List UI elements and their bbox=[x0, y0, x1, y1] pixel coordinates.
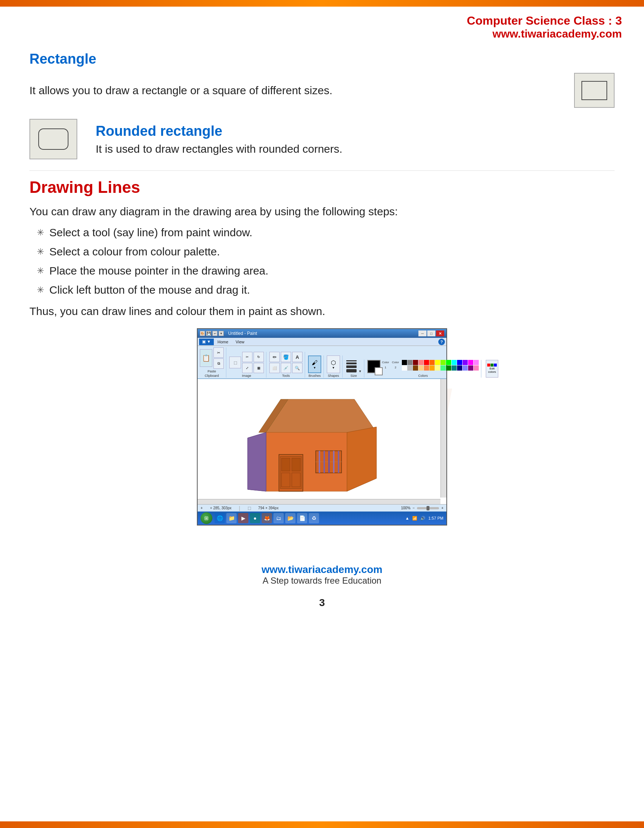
swatch-darkmagenta[interactable] bbox=[468, 365, 473, 370]
bullet-star-2: ✳ bbox=[37, 245, 44, 258]
header-title: Computer Science Class : 3 www.tiwariaca… bbox=[467, 14, 622, 40]
swatch-magenta[interactable] bbox=[468, 360, 473, 365]
drawing-lines-section: Drawing Lines You can draw any diagram i… bbox=[30, 178, 614, 525]
file-menu-button[interactable]: ▣ ▼ bbox=[199, 339, 214, 345]
status-zoom-area: 100% − + bbox=[401, 506, 443, 510]
cut-icon[interactable]: ✂ bbox=[213, 347, 224, 358]
drawing-lines-conclusion: Thus, you can draw lines and colour them… bbox=[30, 303, 614, 320]
crop-icon[interactable]: ✂ bbox=[242, 352, 252, 362]
canvas-drawing-area[interactable]: TIWARI ACADEMY bbox=[202, 379, 440, 504]
swatch-tan[interactable] bbox=[418, 365, 423, 370]
scrollbar-horizontal[interactable] bbox=[197, 499, 440, 504]
chrome-icon[interactable]: ● bbox=[250, 513, 260, 523]
color2-num: 2 bbox=[395, 366, 396, 369]
section-divider bbox=[30, 170, 614, 171]
titlebar-quick-access: 🎨 💾 ↩ ▼ bbox=[200, 331, 224, 336]
paste-icon[interactable]: 📋 bbox=[200, 349, 212, 367]
zoom-plus-icon[interactable]: + bbox=[441, 506, 443, 510]
drawing-lines-title: Drawing Lines bbox=[30, 178, 614, 196]
select-icon[interactable]: ⬚ bbox=[229, 357, 241, 369]
swatch-cyan[interactable] bbox=[451, 360, 457, 365]
swatch-darkred[interactable] bbox=[413, 360, 418, 365]
swatch-silver[interactable] bbox=[407, 365, 412, 370]
picker-icon[interactable]: 💉 bbox=[281, 363, 291, 373]
home-menu-item[interactable]: Home bbox=[214, 339, 232, 345]
swatch-orange[interactable] bbox=[429, 360, 435, 365]
paint-statusbar: + + 285, 303px | ⬚ 794 × 394px 100% − + bbox=[197, 504, 447, 511]
swatch-yellow[interactable] bbox=[435, 360, 440, 365]
maximize-button[interactable]: □ bbox=[427, 331, 436, 336]
recycle-icon[interactable]: ♻ bbox=[309, 513, 319, 523]
rectangle-title: Rectangle bbox=[30, 51, 614, 67]
rotate-icon[interactable]: ↻ bbox=[254, 352, 264, 362]
media-icon[interactable]: ▶ bbox=[238, 513, 248, 523]
rounded-rect-content: Rounded rectangle It is used to draw rec… bbox=[96, 123, 342, 155]
header: Computer Science Class : 3 www.tiwariaca… bbox=[0, 6, 644, 44]
pencil-icon[interactable]: ✏ bbox=[270, 352, 280, 362]
resize-icon[interactable]: ⤢ bbox=[242, 363, 252, 373]
explorer-icon[interactable]: 📁 bbox=[226, 513, 237, 523]
zoom-slider-thumb[interactable] bbox=[426, 506, 429, 510]
fill-icon[interactable]: 🪣 bbox=[281, 352, 291, 362]
quick-save-icon[interactable]: 💾 bbox=[206, 331, 211, 336]
swatch-lightyellow[interactable] bbox=[435, 365, 440, 370]
footer-website: www.tiwariacademy.com bbox=[0, 564, 644, 576]
minimize-button[interactable]: ─ bbox=[418, 331, 426, 336]
view-menu-item[interactable]: View bbox=[232, 339, 248, 345]
rounded-rect-icon-inner bbox=[38, 129, 69, 150]
swatch-gray[interactable] bbox=[407, 360, 412, 365]
swatch-navy[interactable] bbox=[457, 365, 462, 370]
brushes-icons: 🖌 ▼ bbox=[308, 356, 321, 373]
swatch-lightpink[interactable] bbox=[418, 360, 423, 365]
folder2-icon[interactable]: 📂 bbox=[285, 513, 296, 523]
select2-icon[interactable]: ▦ bbox=[254, 363, 264, 373]
text-icon[interactable]: A bbox=[292, 352, 302, 362]
notepad-icon[interactable]: 📄 bbox=[297, 513, 307, 523]
close-button[interactable]: ✕ bbox=[436, 331, 444, 336]
start-button[interactable]: ⊞ bbox=[201, 512, 212, 524]
taskbar-system-tray: ▲ 📶 🔊 1:57 PM bbox=[405, 516, 443, 521]
network-icon: 📶 bbox=[412, 516, 417, 521]
tools-icons: ✏ 🪣 A bbox=[270, 352, 302, 362]
step-2: ✳ Select a colour from colour palette. bbox=[37, 244, 614, 259]
swatch-purple[interactable] bbox=[462, 360, 468, 365]
swatch-mintgreen[interactable] bbox=[440, 365, 446, 370]
swatch-hotpink[interactable] bbox=[473, 365, 479, 370]
quick-dropdown-icon[interactable]: ▼ bbox=[219, 331, 224, 336]
house-drawing: TIWARI ACADEMY bbox=[237, 384, 406, 499]
tools-section: ✏ 🪣 A ⬜ 💉 🔍 Tools bbox=[270, 352, 305, 378]
swatch-green[interactable] bbox=[446, 360, 451, 365]
swatch-blue[interactable] bbox=[457, 360, 462, 365]
quick-undo-icon[interactable]: ↩ bbox=[212, 331, 218, 336]
shapes-icon[interactable]: ⬡ ▼ bbox=[327, 356, 340, 373]
swatch-darkgreen[interactable] bbox=[446, 365, 451, 370]
firefox-icon[interactable]: 🦊 bbox=[262, 513, 272, 523]
swatch-red[interactable] bbox=[424, 360, 429, 365]
swatch-salmon[interactable] bbox=[424, 365, 429, 370]
calculator-icon[interactable]: 🗂 bbox=[273, 513, 284, 523]
zoom-minus-icon[interactable]: − bbox=[412, 506, 415, 510]
ie-icon[interactable]: 🌐 bbox=[215, 513, 225, 523]
eraser-icon[interactable]: ⬜ bbox=[270, 363, 280, 373]
swatch-lightmagenta[interactable] bbox=[473, 360, 479, 365]
swatch-lime[interactable] bbox=[440, 360, 446, 365]
copy-icon[interactable]: ⧉ bbox=[213, 358, 224, 369]
brushes-icon[interactable]: 🖌 ▼ bbox=[308, 356, 321, 373]
size-section: ▼ Size bbox=[346, 359, 364, 378]
paint-canvas-area[interactable]: TIWARI ACADEMY bbox=[197, 379, 447, 504]
top-bar bbox=[0, 0, 644, 6]
edit-colors-section: Edit colors bbox=[484, 360, 498, 378]
status-coordinates: + 285, 303px bbox=[210, 506, 232, 510]
swatch-orangelight[interactable] bbox=[429, 365, 435, 370]
swatch-black[interactable] bbox=[402, 360, 407, 365]
help-button[interactable]: ? bbox=[438, 339, 445, 345]
edit-colors-icon[interactable]: Edit colors bbox=[486, 360, 498, 378]
swatch-brown[interactable] bbox=[413, 365, 418, 370]
swatch-teal[interactable] bbox=[451, 365, 457, 370]
bottom-bar bbox=[0, 822, 644, 828]
scrollbar-vertical[interactable] bbox=[440, 379, 447, 497]
zoom-tool-icon[interactable]: 🔍 bbox=[292, 363, 302, 373]
swatch-white[interactable] bbox=[402, 365, 407, 370]
swatch-cornflower[interactable] bbox=[462, 365, 468, 370]
status-canvas-icon: ⬚ bbox=[248, 506, 251, 510]
